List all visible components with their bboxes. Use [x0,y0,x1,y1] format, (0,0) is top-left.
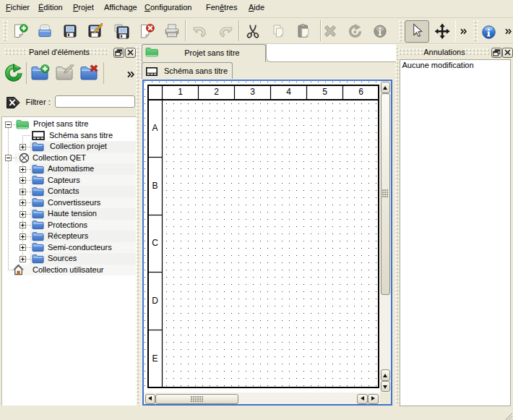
svg-text:6: 6 [358,87,363,97]
svg-text:4: 4 [286,87,291,97]
svg-text:C: C [152,238,158,248]
svg-text:B: B [152,181,158,191]
svg-text:E: E [152,353,158,364]
svg-text:2: 2 [214,87,219,97]
svg-text:5: 5 [322,87,327,97]
svg-text:A: A [152,123,158,133]
svg-text:D: D [152,296,158,306]
svg-text:1: 1 [178,87,183,97]
svg-text:3: 3 [250,87,255,97]
